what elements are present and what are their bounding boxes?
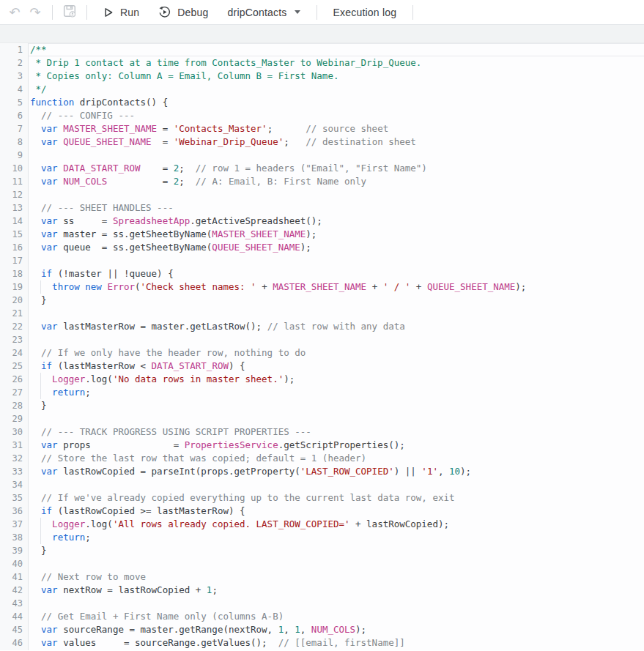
line-number[interactable]: 4 bbox=[0, 83, 28, 96]
line-number[interactable]: 25 bbox=[0, 360, 28, 373]
code-area[interactable]: /** * Drip 1 contact at a time from Cont… bbox=[29, 43, 644, 650]
line-number[interactable]: 36 bbox=[0, 505, 28, 518]
line-number[interactable]: 16 bbox=[0, 241, 28, 254]
line-number[interactable]: 12 bbox=[0, 188, 28, 201]
line-number[interactable]: 18 bbox=[0, 267, 28, 280]
code-line[interactable]: var lastMasterRow = master.getLastRow();… bbox=[29, 320, 644, 333]
code-line[interactable]: var values = sourceRange.getValues(); //… bbox=[29, 636, 644, 650]
run-button[interactable]: Run bbox=[94, 0, 149, 25]
line-number[interactable]: 11 bbox=[0, 175, 28, 188]
redo-button[interactable]: ↷ bbox=[26, 3, 45, 22]
undo-button[interactable]: ↶ bbox=[5, 3, 24, 22]
code-line[interactable]: // --- TRACK PROGRESS USING SCRIPT PROPE… bbox=[29, 425, 644, 439]
code-line[interactable]: // Next row to move bbox=[29, 570, 644, 584]
code-line[interactable] bbox=[29, 254, 644, 267]
line-number[interactable]: 29 bbox=[0, 412, 28, 425]
line-number[interactable]: 41 bbox=[0, 570, 28, 584]
code-line[interactable]: var ss = SpreadsheetApp.getActiveSpreads… bbox=[29, 215, 644, 228]
code-line[interactable] bbox=[29, 597, 644, 610]
line-number[interactable]: 15 bbox=[0, 228, 28, 241]
code-line[interactable]: if (lastMasterRow < DATA_START_ROW) { bbox=[29, 360, 644, 373]
debug-button[interactable]: Debug bbox=[149, 0, 218, 25]
code-line[interactable]: // --- SHEET HANDLES --- bbox=[29, 201, 644, 215]
code-line[interactable]: } bbox=[29, 399, 644, 412]
line-number[interactable]: 44 bbox=[0, 610, 28, 623]
line-number[interactable]: 3 bbox=[0, 70, 28, 83]
code-line[interactable] bbox=[29, 333, 644, 346]
line-number[interactable]: 34 bbox=[0, 478, 28, 491]
code-line[interactable]: } bbox=[29, 544, 644, 557]
line-number[interactable]: 13 bbox=[0, 201, 28, 215]
line-number[interactable]: 17 bbox=[0, 254, 28, 267]
line-number[interactable]: 46 bbox=[0, 636, 28, 650]
code-line[interactable]: function dripContacts() { bbox=[29, 96, 644, 109]
code-line[interactable]: return; bbox=[29, 531, 644, 544]
line-number[interactable]: 8 bbox=[0, 135, 28, 149]
code-line[interactable]: // If we only have the header row, nothi… bbox=[29, 346, 644, 360]
code-line[interactable]: var nextRow = lastRowCopied + 1; bbox=[29, 584, 644, 597]
line-number[interactable]: 10 bbox=[0, 162, 28, 175]
code-line[interactable]: Logger.log('No data rows in master sheet… bbox=[29, 373, 644, 386]
code-line[interactable]: var master = ss.getSheetByName(MASTER_SH… bbox=[29, 228, 644, 241]
line-number[interactable]: 45 bbox=[0, 623, 28, 636]
line-number[interactable]: 28 bbox=[0, 399, 28, 412]
line-number[interactable]: 21 bbox=[0, 307, 28, 320]
code-line[interactable] bbox=[29, 557, 644, 570]
line-number[interactable]: 23 bbox=[0, 333, 28, 346]
code-line[interactable]: /** bbox=[29, 43, 644, 56]
line-number[interactable]: 6 bbox=[0, 109, 28, 122]
save-button[interactable] bbox=[60, 3, 79, 22]
line-number[interactable]: 22 bbox=[0, 320, 28, 333]
code-line[interactable]: var sourceRange = master.getRange(nextRo… bbox=[29, 623, 644, 636]
line-number[interactable]: 24 bbox=[0, 346, 28, 360]
execution-log-button[interactable]: Execution log bbox=[324, 0, 407, 25]
code-line[interactable]: if (!master || !queue) { bbox=[29, 267, 644, 280]
line-number[interactable]: 2 bbox=[0, 56, 28, 70]
code-line[interactable]: * Drip 1 contact at a time from Contacts… bbox=[29, 56, 644, 70]
code-line[interactable]: } bbox=[29, 294, 644, 307]
line-number[interactable]: 43 bbox=[0, 597, 28, 610]
code-line[interactable]: // Store the last row that was copied; d… bbox=[29, 452, 644, 465]
code-line[interactable]: var DATA_START_ROW = 2; // row 1 = heade… bbox=[29, 162, 644, 175]
line-number[interactable]: 14 bbox=[0, 215, 28, 228]
code-line[interactable]: var MASTER_SHEET_NAME = 'Contacts_Master… bbox=[29, 122, 644, 135]
line-number[interactable]: 30 bbox=[0, 425, 28, 439]
code-line[interactable]: // Get Email + First Name only (columns … bbox=[29, 610, 644, 623]
line-number[interactable]: 9 bbox=[0, 149, 28, 162]
code-line[interactable] bbox=[29, 188, 644, 201]
code-line[interactable]: // --- CONFIG --- bbox=[29, 109, 644, 122]
code-line[interactable]: throw new Error('Check sheet names: ' + … bbox=[29, 280, 644, 294]
code-line[interactable]: Logger.log('All rows already copied. LAS… bbox=[29, 518, 644, 531]
code-line[interactable]: return; bbox=[29, 386, 644, 399]
line-number[interactable]: 40 bbox=[0, 557, 28, 570]
code-line[interactable]: * Copies only: Column A = Email, Column … bbox=[29, 70, 644, 83]
line-number[interactable]: 38 bbox=[0, 531, 28, 544]
code-line[interactable] bbox=[29, 149, 644, 162]
code-line[interactable] bbox=[29, 478, 644, 491]
function-selector-dropdown[interactable]: dripContacts bbox=[218, 0, 310, 25]
code-line[interactable] bbox=[29, 307, 644, 320]
line-number[interactable]: 26 bbox=[0, 373, 28, 386]
line-number[interactable]: 33 bbox=[0, 465, 28, 478]
line-number[interactable]: 39 bbox=[0, 544, 28, 557]
line-number[interactable]: 20 bbox=[0, 294, 28, 307]
line-number[interactable]: 37 bbox=[0, 518, 28, 531]
code-line[interactable]: var NUM_COLS = 2; // A: Email, B: First … bbox=[29, 175, 644, 188]
line-number[interactable]: 7 bbox=[0, 122, 28, 135]
line-number[interactable]: 42 bbox=[0, 584, 28, 597]
code-line[interactable]: if (lastRowCopied >= lastMasterRow) { bbox=[29, 505, 644, 518]
code-editor[interactable]: 1234567891011121314151617181920212223242… bbox=[0, 43, 644, 650]
line-number[interactable]: 5 bbox=[0, 96, 28, 109]
code-line[interactable]: var lastRowCopied = parseInt(props.getPr… bbox=[29, 465, 644, 478]
line-number[interactable]: 19 bbox=[0, 280, 28, 294]
line-number[interactable]: 35 bbox=[0, 491, 28, 505]
code-line[interactable]: */ bbox=[29, 83, 644, 96]
code-line[interactable] bbox=[29, 412, 644, 425]
code-line[interactable]: var props = PropertiesService.getScriptP… bbox=[29, 439, 644, 452]
line-number[interactable]: 27 bbox=[0, 386, 28, 399]
line-number[interactable]: 32 bbox=[0, 452, 28, 465]
code-line[interactable]: // If we've already copied everything up… bbox=[29, 491, 644, 505]
code-line[interactable]: var QUEUE_SHEET_NAME = 'Webinar_Drip_Que… bbox=[29, 135, 644, 149]
line-number[interactable]: 31 bbox=[0, 439, 28, 452]
line-number[interactable]: 1 bbox=[0, 43, 28, 56]
